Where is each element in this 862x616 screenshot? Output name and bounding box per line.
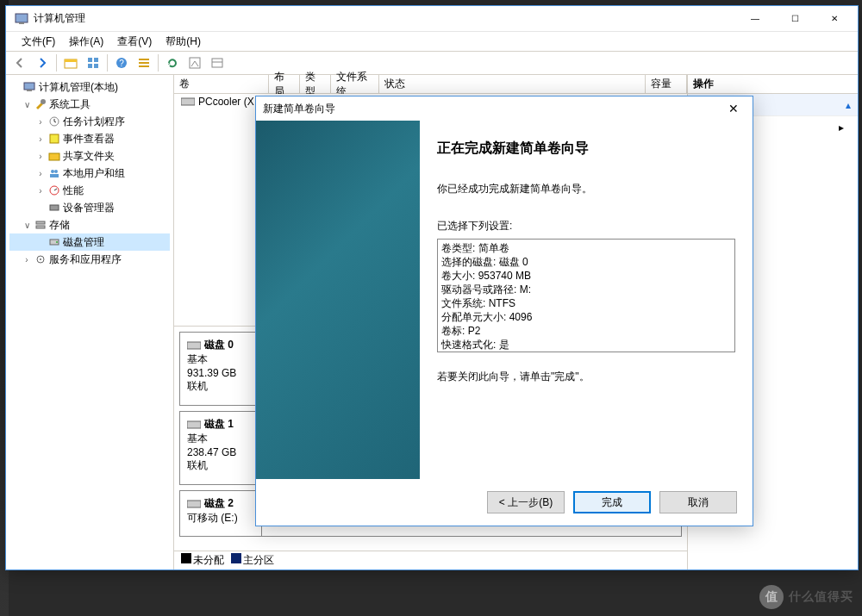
toolbar-list-button[interactable] bbox=[134, 53, 154, 73]
svg-rect-11 bbox=[139, 62, 149, 64]
folder-share-icon bbox=[47, 149, 61, 163]
wizard-button-bar: < 上一步(B) 完成 取消 bbox=[256, 479, 753, 526]
disk-2-info: 磁盘 2 可移动 (E:) bbox=[180, 491, 262, 536]
svg-point-18 bbox=[41, 99, 46, 104]
col-type[interactable]: 类型 bbox=[300, 75, 331, 93]
wizard-settings-list[interactable]: 卷类型: 简单卷 选择的磁盘: 磁盘 0 卷大小: 953740 MB 驱动器号… bbox=[437, 239, 735, 352]
tree-performance[interactable]: ›性能 bbox=[9, 182, 170, 199]
chevron-up-icon: ▴ bbox=[846, 99, 851, 111]
menubar: 文件(F) 操作(A) 查看(V) 帮助(H) bbox=[6, 32, 858, 51]
col-capacity[interactable]: 容量 bbox=[646, 75, 687, 93]
svg-rect-3 bbox=[65, 59, 77, 62]
nav-back-button[interactable] bbox=[9, 53, 30, 73]
nav-forward-button[interactable] bbox=[32, 53, 53, 73]
tree-root[interactable]: 计算机管理(本地) bbox=[9, 78, 170, 96]
disk-icon bbox=[187, 420, 201, 430]
svg-point-32 bbox=[40, 258, 41, 260]
cancel-button[interactable]: 取消 bbox=[659, 491, 737, 513]
collapse-icon[interactable]: ∨ bbox=[22, 221, 32, 230]
expand-icon[interactable]: › bbox=[35, 117, 46, 127]
svg-point-30 bbox=[56, 241, 58, 243]
expand-icon[interactable]: › bbox=[22, 255, 32, 264]
svg-rect-24 bbox=[50, 174, 59, 177]
svg-rect-12 bbox=[139, 65, 149, 67]
action-header: 操作 bbox=[688, 75, 858, 94]
maximize-button[interactable]: ☐ bbox=[775, 6, 815, 32]
toolbar-up-button[interactable] bbox=[60, 53, 81, 73]
expand-icon[interactable]: › bbox=[35, 186, 46, 196]
toolbar-extra-button[interactable] bbox=[207, 53, 228, 73]
svg-rect-16 bbox=[24, 83, 34, 90]
svg-rect-21 bbox=[49, 153, 59, 160]
wizard-success-message: 你已经成功完成新建简单卷向导。 bbox=[437, 182, 735, 196]
toolbar-help-button[interactable]: ? bbox=[111, 53, 132, 73]
toolbar: ? bbox=[6, 51, 858, 75]
wizard-content: 正在完成新建简单卷向导 你已经成功完成新建简单卷向导。 已选择下列设置: 卷类型… bbox=[420, 121, 753, 479]
col-volume[interactable]: 卷 bbox=[174, 75, 269, 93]
services-icon bbox=[34, 252, 47, 266]
svg-rect-35 bbox=[187, 421, 201, 428]
svg-text:?: ? bbox=[119, 59, 124, 68]
svg-rect-0 bbox=[16, 14, 28, 22]
col-status[interactable]: 状态 bbox=[379, 75, 646, 93]
tree-system-tools[interactable]: ∨ 系统工具 bbox=[9, 96, 170, 113]
perf-icon bbox=[47, 184, 61, 197]
svg-point-23 bbox=[54, 170, 58, 173]
toolbar-properties-button[interactable] bbox=[83, 53, 103, 73]
menu-help[interactable]: 帮助(H) bbox=[159, 33, 208, 51]
wizard-close-button[interactable]: ✕ bbox=[721, 102, 746, 115]
col-layout[interactable]: 布局 bbox=[269, 75, 300, 93]
svg-rect-34 bbox=[187, 342, 201, 349]
wizard-titlebar[interactable]: 新建简单卷向导 ✕ bbox=[256, 96, 753, 121]
wizard-sidebar-image bbox=[256, 121, 420, 479]
tree-services-apps[interactable]: ›服务和应用程序 bbox=[9, 251, 170, 268]
svg-rect-13 bbox=[190, 58, 200, 68]
expand-icon[interactable]: › bbox=[35, 169, 46, 178]
svg-rect-26 bbox=[50, 205, 59, 210]
window-title: 计算机管理 bbox=[34, 11, 735, 26]
tree-event-viewer[interactable]: ›事件查看器 bbox=[9, 130, 170, 147]
removable-disk-icon bbox=[187, 499, 201, 509]
back-button[interactable]: < 上一步(B) bbox=[487, 491, 565, 513]
svg-rect-27 bbox=[36, 221, 45, 224]
tree-task-scheduler[interactable]: ›任务计划程序 bbox=[9, 113, 170, 130]
collapse-icon[interactable]: ∨ bbox=[22, 100, 32, 109]
volume-columns: 卷 布局 类型 文件系统 状态 容量 bbox=[174, 75, 687, 94]
svg-rect-14 bbox=[212, 59, 222, 67]
close-button[interactable]: ✕ bbox=[815, 6, 854, 32]
wizard-heading: 正在完成新建简单卷向导 bbox=[437, 140, 735, 158]
tree-disk-management[interactable]: 磁盘管理 bbox=[9, 233, 170, 251]
menu-view[interactable]: 查看(V) bbox=[110, 33, 159, 51]
tree-local-users[interactable]: ›本地用户和组 bbox=[9, 165, 170, 182]
users-icon bbox=[47, 166, 61, 180]
svg-rect-28 bbox=[36, 226, 45, 228]
menu-action[interactable]: 操作(A) bbox=[62, 33, 110, 51]
svg-point-22 bbox=[51, 170, 54, 173]
navigation-tree[interactable]: 计算机管理(本地) ∨ 系统工具 ›任务计划程序 ›事件查看器 ›共享文件夹 ›… bbox=[6, 75, 174, 569]
expand-icon[interactable]: › bbox=[35, 152, 46, 161]
legend: 未分配 主分区 bbox=[174, 551, 687, 569]
menu-file[interactable]: 文件(F) bbox=[15, 33, 62, 51]
clock-icon bbox=[47, 115, 61, 128]
tree-shared-folders[interactable]: ›共享文件夹 bbox=[9, 147, 170, 165]
watermark-icon: 值 bbox=[759, 585, 784, 609]
titlebar[interactable]: 计算机管理 — ☐ ✕ bbox=[6, 6, 858, 32]
drive-icon bbox=[181, 96, 195, 107]
tree-device-manager[interactable]: 设备管理器 bbox=[9, 199, 170, 216]
disk-1-info: 磁盘 1 基本 238.47 GB 联机 bbox=[180, 412, 262, 484]
wizard-title: 新建简单卷向导 bbox=[263, 102, 721, 116]
minimize-button[interactable]: — bbox=[735, 6, 775, 32]
legend-unallocated-swatch bbox=[181, 553, 191, 563]
col-filesystem[interactable]: 文件系统 bbox=[331, 75, 379, 93]
svg-rect-7 bbox=[94, 64, 98, 68]
expand-icon[interactable]: › bbox=[35, 134, 46, 144]
svg-rect-17 bbox=[27, 90, 32, 91]
finish-button[interactable]: 完成 bbox=[573, 491, 651, 513]
toolbar-refresh-button[interactable] bbox=[162, 53, 183, 73]
app-icon bbox=[15, 12, 28, 26]
tree-storage[interactable]: ∨存储 bbox=[9, 216, 170, 233]
wizard-settings-label: 已选择下列设置: bbox=[437, 219, 735, 233]
toolbar-settings-button[interactable] bbox=[184, 53, 205, 73]
svg-rect-36 bbox=[187, 501, 201, 507]
svg-rect-6 bbox=[88, 64, 92, 68]
